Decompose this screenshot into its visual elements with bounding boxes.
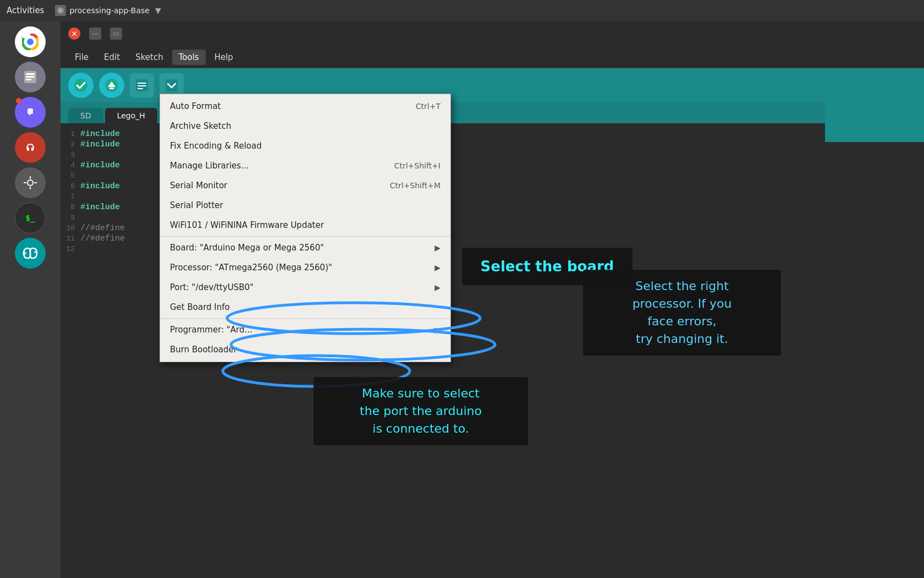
line-num: 1 — [61, 130, 80, 138]
svg-rect-14 — [24, 182, 26, 183]
svg-rect-24 — [138, 83, 146, 84]
line-num: 9 — [61, 214, 80, 222]
dock-icon-arduino[interactable] — [15, 238, 46, 269]
svg-point-3 — [27, 39, 34, 45]
menu-sketch[interactable]: Sketch — [129, 50, 170, 65]
maximize-button[interactable]: ▭ — [110, 28, 122, 40]
menu-item-burn-bootloader[interactable]: Burn Bootloader — [160, 340, 450, 359]
teal-header-area — [825, 98, 924, 142]
menu-item-serial-plotter[interactable]: Serial Plotter — [160, 195, 450, 215]
line-num: 4 — [61, 161, 80, 170]
dock: $_ — [0, 21, 61, 578]
menu-item-board[interactable]: Board: "Arduino Mega or Mega 2560" ▶ — [160, 238, 450, 258]
dock-icon-chrome[interactable] — [15, 26, 46, 57]
line-num: 12 — [61, 245, 80, 253]
dock-icon-files[interactable] — [15, 62, 46, 92]
menu-edit[interactable]: Edit — [97, 50, 127, 65]
window-chrome: ✕ — ▭ — [61, 21, 924, 46]
tooltip-select-port: Make sure to selectthe port the arduinoi… — [314, 377, 528, 445]
line-num: 5 — [61, 172, 80, 180]
menu-item-programmer[interactable]: Programmer: "Ard... ▶ — [160, 320, 450, 340]
menu-separator-2 — [160, 318, 450, 319]
svg-rect-12 — [30, 176, 31, 179]
line-num: 11 — [61, 235, 80, 243]
line-num: 6 — [61, 182, 80, 190]
svg-rect-15 — [34, 182, 37, 183]
line-num: 2 — [61, 140, 80, 149]
activities-label[interactable]: Activities — [7, 6, 44, 15]
menu-item-processor[interactable]: Processor: "ATmega2560 (Mega 2560)" ▶ — [160, 258, 450, 277]
minimize-button[interactable]: — — [89, 28, 101, 40]
menu-bar: File Edit Sketch Tools Help — [61, 46, 924, 68]
svg-rect-27 — [166, 79, 178, 91]
dock-icon-audio[interactable] — [15, 132, 46, 163]
svg-rect-25 — [138, 85, 146, 86]
upload-button[interactable] — [99, 73, 124, 98]
menu-item-archive-sketch[interactable]: Archive Sketch — [160, 116, 450, 136]
viber-notification-badge — [16, 98, 21, 103]
svg-rect-7 — [26, 79, 31, 80]
verify-button[interactable] — [68, 73, 94, 98]
svg-rect-13 — [30, 187, 31, 189]
line-num: 3 — [61, 151, 80, 159]
menu-item-manage-libraries[interactable]: Manage Libraries... Ctrl+Shift+I — [160, 156, 450, 176]
dock-icon-settings[interactable] — [15, 167, 46, 198]
menu-item-get-board-info[interactable]: Get Board Info — [160, 297, 450, 317]
dock-icon-terminal[interactable]: $_ — [15, 203, 46, 233]
app-dropdown-arrow[interactable]: ▼ — [155, 6, 161, 15]
line-num: 10 — [61, 224, 80, 232]
tab-lego[interactable]: Lego_H — [105, 108, 157, 123]
tooltip-select-processor: Select the rightprocessor. If youface er… — [583, 270, 781, 356]
close-button[interactable]: ✕ — [68, 28, 80, 40]
menu-help[interactable]: Help — [208, 50, 240, 65]
menu-item-auto-format[interactable]: Auto Format Ctrl+T — [160, 96, 450, 116]
svg-point-1 — [59, 9, 62, 12]
app-title-bar: processing-app-Base ▼ — [55, 5, 161, 16]
menu-item-port[interactable]: Port: "/dev/ttyUSB0" ▶ — [160, 277, 450, 297]
tools-dropdown-menu: Auto Format Ctrl+T Archive Sketch Fix En… — [160, 94, 451, 362]
top-bar: Activities processing-app-Base ▼ — [0, 0, 924, 21]
menu-tools[interactable]: Tools — [172, 50, 206, 65]
menu-item-serial-monitor[interactable]: Serial Monitor Ctrl+Shift+M — [160, 176, 450, 195]
app-title: processing-app-Base — [69, 6, 150, 15]
menu-separator-1 — [160, 236, 450, 237]
line-num: 8 — [61, 203, 80, 211]
menu-item-fix-encoding[interactable]: Fix Encoding & Reload — [160, 136, 450, 156]
svg-rect-26 — [138, 88, 143, 89]
dock-icon-viber[interactable] — [15, 97, 46, 128]
svg-rect-5 — [26, 73, 35, 75]
svg-rect-22 — [109, 88, 114, 89]
tab-sd[interactable]: SD — [68, 108, 103, 123]
app-icon — [55, 5, 66, 16]
line-num: 7 — [61, 193, 80, 201]
svg-rect-6 — [26, 76, 35, 78]
debug-button[interactable] — [130, 73, 154, 97]
svg-point-9 — [24, 141, 37, 154]
menu-file[interactable]: File — [68, 50, 95, 65]
menu-item-wifi-firmware[interactable]: WiFi101 / WiFiNINA Firmware Updater — [160, 215, 450, 235]
